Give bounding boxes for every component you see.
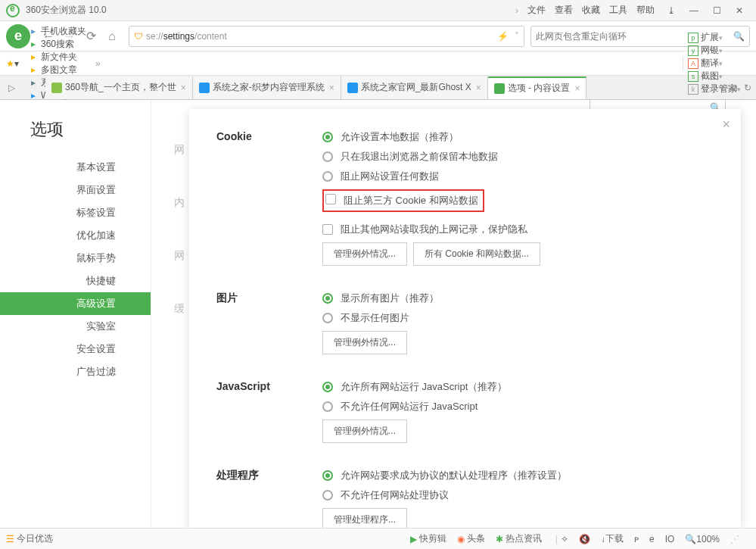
dropdown-icon[interactable]: ˅ — [515, 31, 519, 42]
radio-option[interactable]: 阻止网站设置任何数据 — [322, 170, 714, 183]
tab-bar: ▷ 360导航_一个主页，整个世×系统之家-织梦内容管理系统×系统之家官网_最新… — [0, 76, 756, 100]
tab-overflow-button[interactable]: ⧉ — [731, 83, 738, 93]
checkbox-icon — [325, 194, 336, 204]
sidebar-item[interactable]: 标签设置 — [0, 201, 151, 224]
zoom-level[interactable]: 🔍 100% — [685, 534, 720, 544]
bookmark-item[interactable]: ▸多图文章 — [28, 64, 86, 76]
minimize-button[interactable]: — — [683, 3, 705, 18]
tab[interactable]: 360导航_一个主页，整个世× — [45, 76, 193, 99]
resize-grip-icon[interactable]: ⋰ — [730, 534, 739, 544]
pin-button[interactable]: ⤓ — [661, 3, 682, 18]
toolbar-ext-item[interactable]: y网银 ▾ — [688, 44, 741, 57]
shield-icon: 🛡 — [134, 31, 143, 42]
radio-icon — [322, 490, 333, 501]
tab-close-icon[interactable]: × — [574, 83, 580, 94]
checkbox-option[interactable]: 阻止第三方 Cookie 和网站数据 — [322, 189, 714, 217]
menu-file[interactable]: 文件 — [527, 4, 546, 17]
browser-logo-large-icon[interactable]: e — [6, 24, 30, 48]
bookmark-item[interactable]: ▸手机收藏夹 — [28, 25, 86, 38]
toolbar-ext-item[interactable]: A翻译 ▾ — [688, 57, 741, 70]
tab[interactable]: 系统之家官网_最新Ghost X× — [341, 76, 488, 99]
restore-tab-button[interactable]: ↻ — [744, 83, 751, 93]
setting-group: 处理程序允许网站要求成为协议的默认处理程序（推荐设置）不允许任何网站处理协议管理… — [216, 469, 714, 528]
checkbox-option[interactable]: 阻止其他网站读取我的上网记录，保护隐私 — [322, 223, 714, 236]
radio-option[interactable]: 允许设置本地数据（推荐） — [322, 130, 714, 144]
tab-close-icon[interactable]: × — [181, 83, 186, 93]
menu-chevron-icon[interactable]: › — [515, 5, 518, 16]
status-p-icon[interactable]: ᴘ — [634, 534, 639, 544]
menu-view[interactable]: 查看 — [555, 4, 573, 17]
favorites-icon[interactable]: ★▾ — [6, 58, 19, 69]
manage-button[interactable]: 所有 Cookie 和网站数据... — [413, 242, 540, 266]
manage-button[interactable]: 管理例外情况... — [322, 420, 407, 443]
status-e-icon[interactable]: e — [649, 534, 655, 544]
tab-favicon-icon — [199, 83, 210, 93]
sidebar-item[interactable]: 广告过滤 — [0, 360, 151, 383]
manage-button[interactable]: 管理例外情况... — [322, 331, 407, 354]
quick-clip[interactable]: ▶快剪辑 — [410, 532, 446, 545]
tab-favicon-icon — [494, 83, 505, 94]
radio-option[interactable]: 显示所有图片（推荐） — [322, 292, 714, 305]
sidebar-item[interactable]: 高级设置 — [0, 292, 151, 315]
sidebar-item[interactable]: 快捷键 — [0, 270, 151, 292]
new-tab-button[interactable]: + — [720, 83, 725, 93]
tab-list-icon[interactable]: ▷ — [0, 83, 23, 93]
setting-group: JavaScript允许所有网站运行 JavaScript（推荐）不允许任何网站… — [216, 380, 714, 443]
radio-label: 允许网站要求成为协议的默认处理程序（推荐设置） — [341, 469, 567, 482]
status-icon[interactable]: ✧ — [561, 534, 568, 544]
radio-option[interactable]: 不允许任何网站运行 JavaScript — [322, 400, 714, 413]
today-picks[interactable]: ☰今日优选 — [6, 532, 53, 545]
sidebar-item[interactable]: 安全设置 — [0, 338, 151, 360]
radio-label: 不显示任何图片 — [341, 311, 409, 325]
status-io-icon[interactable]: IO — [665, 534, 675, 544]
radio-icon — [322, 293, 333, 304]
radio-label: 显示所有图片（推荐） — [341, 292, 439, 305]
tab-close-icon[interactable]: × — [329, 83, 334, 93]
radio-label: 允许设置本地数据（推荐） — [341, 130, 459, 144]
maximize-button[interactable]: ☐ — [706, 3, 727, 18]
address-bar[interactable]: 🛡 se://settings/content ⚡ ˅ — [129, 26, 524, 47]
hot-news[interactable]: ✱热点资讯 — [496, 532, 542, 545]
radio-option[interactable]: 只在我退出浏览器之前保留本地数据 — [322, 150, 714, 164]
manage-button[interactable]: 管理处理程序... — [322, 508, 407, 528]
sidebar-item[interactable]: 实验室 — [0, 315, 151, 338]
radio-option[interactable]: 不允许任何网站处理协议 — [322, 488, 714, 502]
sidebar-item[interactable]: 界面设置 — [0, 179, 151, 201]
tab-label: 系统之家-织梦内容管理系统 — [213, 81, 325, 94]
radio-icon — [322, 382, 333, 392]
radio-option[interactable]: 允许网站要求成为协议的默认处理程序（推荐设置） — [322, 469, 714, 482]
bookmark-item[interactable]: ▸新文件夹 — [28, 51, 86, 64]
manage-button[interactable]: 管理例外情况... — [322, 242, 407, 266]
menu-help[interactable]: 帮助 — [636, 4, 655, 17]
headlines[interactable]: ◉头条 — [457, 532, 485, 545]
radio-option[interactable]: 允许所有网站运行 JavaScript（推荐） — [322, 380, 714, 394]
mute-icon[interactable]: 🔇 — [579, 534, 590, 544]
home-button[interactable]: ⌂ — [101, 26, 123, 47]
menu-tools[interactable]: 工具 — [609, 4, 627, 17]
content-area: 选项 基本设置界面设置标签设置优化加速鼠标手势快捷键高级设置实验室安全设置广告过… — [0, 100, 756, 528]
sidebar-item[interactable]: 鼠标手势 — [0, 247, 151, 270]
sidebar-item[interactable]: 基本设置 — [0, 156, 151, 179]
group-label: 图片 — [216, 292, 322, 354]
modal-close-button[interactable]: × — [722, 117, 730, 133]
tab-favicon-icon — [51, 83, 62, 93]
sidebar-item[interactable]: 优化加速 — [0, 224, 151, 247]
download-icon[interactable]: ↓ 下载 — [601, 532, 624, 545]
checkbox-label: 阻止其他网站读取我的上网记录，保护隐私 — [341, 223, 527, 236]
setting-group: Cookie允许设置本地数据（推荐）只在我退出浏览器之前保留本地数据阻止网站设置… — [216, 130, 714, 266]
close-button[interactable]: ✕ — [729, 3, 750, 18]
radio-label: 不允许任何网站运行 JavaScript — [341, 400, 478, 413]
content-settings-modal: × Cookie允许设置本地数据（推荐）只在我退出浏览器之前保留本地数据阻止网站… — [189, 109, 741, 528]
radio-label: 只在我退出浏览器之前保留本地数据 — [341, 150, 498, 164]
toolbar-ext-item[interactable]: p扩展 ▾ — [688, 31, 741, 44]
page-title: 选项 — [0, 108, 151, 156]
tab[interactable]: 选项 - 内容设置× — [488, 76, 587, 99]
radio-option[interactable]: 不显示任何图片 — [322, 311, 714, 325]
bookmark-bar: ★▾ ▸手机收藏夹▸360搜索▸新文件夹▸多图文章▸系统之家▸Win8教 » p… — [0, 51, 756, 76]
radio-label: 阻止网站设置任何数据 — [341, 170, 439, 183]
tab-close-icon[interactable]: × — [476, 83, 481, 93]
bookmark-item[interactable]: ▸360搜索 — [28, 38, 86, 51]
menu-favorites[interactable]: 收藏 — [582, 4, 600, 17]
status-bar: ☰今日优选 ▶快剪辑 ◉头条 ✱热点资讯 | ✧ 🔇 ↓ 下载 ᴘ e IO 🔍… — [0, 528, 756, 549]
tab[interactable]: 系统之家-织梦内容管理系统× — [193, 76, 341, 99]
